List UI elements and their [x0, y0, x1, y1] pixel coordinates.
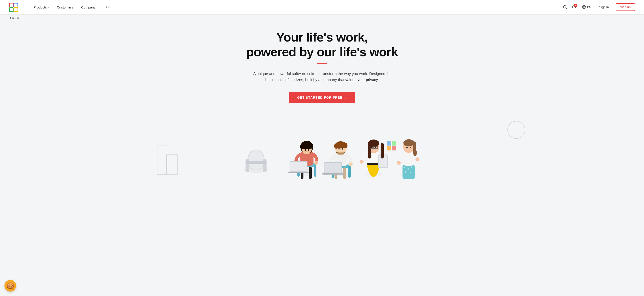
svg-point-79 [404, 167, 406, 168]
search-button[interactable] [563, 5, 567, 9]
nav-links: Products ▾ Customers Company ▾ ••• [30, 3, 563, 11]
signin-button[interactable]: Sign in [597, 4, 611, 10]
svg-point-30 [304, 149, 306, 151]
svg-rect-27 [288, 172, 309, 173]
hero-illustration [4, 117, 640, 179]
language-button[interactable]: EN [581, 4, 592, 10]
search-icon [563, 5, 567, 9]
logo-icon: ZOHO [9, 3, 20, 12]
svg-line-72 [378, 147, 378, 147]
navbar: ZOHO Products ▾ Customers Company ▾ ••• [0, 0, 644, 14]
illustration-svg [222, 117, 422, 179]
svg-point-31 [308, 149, 309, 151]
svg-point-85 [397, 161, 401, 165]
privacy-link[interactable]: values your privacy. [346, 78, 379, 82]
svg-rect-75 [387, 146, 391, 150]
chevron-down-icon: ▾ [96, 6, 98, 8]
svg-rect-76 [392, 146, 396, 150]
svg-rect-15 [246, 161, 266, 164]
nav-more-button[interactable]: ••• [102, 3, 114, 11]
svg-point-51 [343, 143, 348, 148]
svg-point-32 [306, 151, 308, 152]
hero-section: Your life's work, powered by our life's … [0, 14, 644, 179]
svg-rect-46 [324, 163, 342, 172]
hero-divider [317, 63, 327, 64]
svg-rect-3 [14, 7, 18, 12]
logo-link[interactable]: ZOHO [9, 3, 22, 12]
svg-point-67 [375, 147, 376, 148]
svg-point-88 [404, 139, 414, 147]
svg-point-66 [371, 147, 372, 148]
logo-text: ZOHO [9, 17, 20, 20]
svg-rect-0 [10, 3, 14, 7]
signup-button[interactable]: Sign up [616, 3, 635, 11]
svg-rect-14 [263, 159, 266, 172]
svg-point-44 [348, 162, 353, 166]
chevron-down-icon: ▾ [48, 6, 49, 8]
cta-chevron-icon: › [345, 96, 347, 100]
svg-point-34 [300, 144, 304, 149]
deco-rect-left2 [166, 154, 178, 174]
svg-rect-73 [387, 141, 391, 146]
svg-rect-39 [348, 166, 350, 178]
language-label: EN [587, 5, 591, 9]
nav-item-customers[interactable]: Customers [54, 3, 76, 11]
svg-point-35 [308, 143, 313, 149]
notification-button[interactable]: 1 [572, 5, 576, 9]
svg-point-50 [334, 143, 338, 149]
svg-point-86 [416, 157, 420, 161]
svg-point-82 [405, 171, 406, 172]
svg-rect-21 [309, 167, 312, 179]
svg-rect-74 [392, 141, 396, 146]
svg-rect-2 [10, 7, 14, 12]
svg-line-71 [369, 147, 370, 147]
svg-point-83 [410, 172, 411, 173]
svg-rect-78 [402, 164, 415, 179]
svg-point-58 [360, 160, 364, 164]
svg-point-92 [410, 147, 411, 148]
notification-badge: 1 [574, 4, 577, 7]
nav-item-company[interactable]: Company ▾ [78, 3, 100, 11]
svg-rect-12 [248, 150, 264, 170]
svg-rect-47 [322, 173, 344, 174]
svg-rect-65 [380, 143, 384, 158]
nav-right-actions: 1 EN Sign in Sign up [563, 3, 635, 11]
svg-point-53 [342, 148, 343, 149]
cta-button[interactable]: GET STARTED FOR FREE › [289, 92, 355, 103]
globe-icon [582, 5, 586, 9]
svg-line-5 [566, 8, 567, 9]
svg-point-54 [337, 151, 344, 155]
nav-item-products[interactable]: Products ▾ [30, 3, 52, 11]
svg-rect-19 [314, 164, 316, 177]
svg-point-80 [408, 168, 409, 170]
svg-rect-1 [14, 3, 18, 7]
svg-rect-84 [403, 151, 414, 166]
svg-rect-64 [368, 143, 371, 158]
svg-rect-13 [246, 159, 249, 172]
hero-title: Your life's work, powered by our life's … [244, 30, 400, 59]
deco-circle-right [507, 121, 525, 139]
svg-point-81 [411, 167, 412, 168]
svg-point-90 [413, 149, 417, 156]
svg-rect-26 [290, 162, 307, 171]
svg-point-52 [338, 148, 340, 149]
svg-point-91 [406, 147, 408, 148]
svg-point-24 [314, 161, 318, 165]
svg-rect-41 [343, 167, 346, 179]
hero-subtitle: A unique and powerful software suite to … [246, 71, 398, 83]
